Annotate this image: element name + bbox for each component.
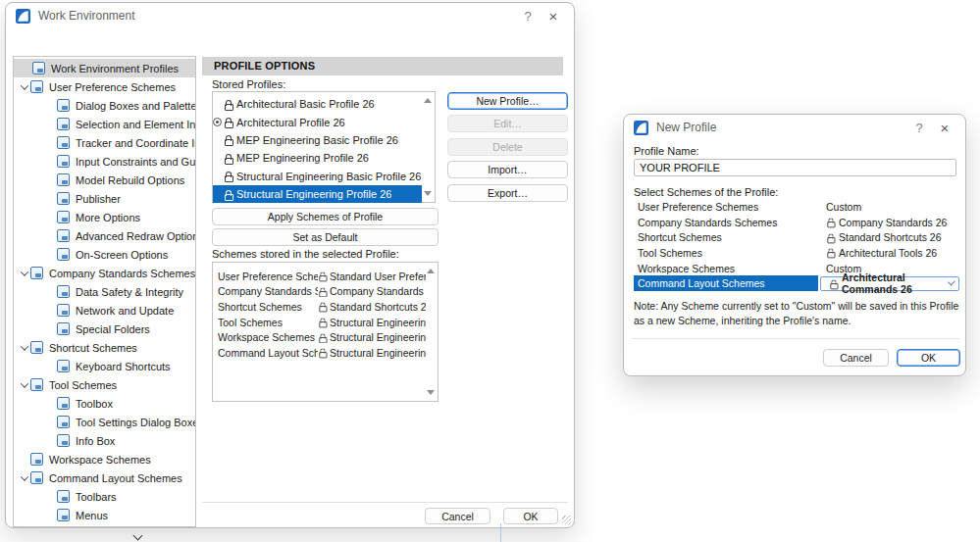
scheme-dropdown[interactable]: Custom — [818, 199, 959, 215]
scheme-dropdown[interactable]: Architectural Tools 26 — [818, 245, 959, 261]
scheme-select-row[interactable]: Tool Schemes Architectural Tools 26 — [634, 245, 959, 261]
tree-item-label: Info Box — [76, 435, 115, 447]
scheme-row[interactable]: Company Standards Sche… Company Standard… — [213, 284, 426, 300]
scheme-dropdown[interactable]: Company Standards 26 — [818, 215, 959, 230]
stored-profile-row[interactable]: Structural Engineering Basic Profile 26 — [213, 168, 422, 185]
tree-item[interactable]: Selection and Element Information — [14, 115, 195, 133]
tree-item-label: Tracker and Coordinate Input — [76, 137, 196, 149]
expander-chevron-icon[interactable] — [18, 84, 30, 90]
stored-profile-row[interactable]: Architectural Basic Profile 26 — [213, 95, 422, 113]
tree-item[interactable]: Network and Update — [14, 301, 195, 320]
stored-profile-row[interactable]: Architectural Profile 26 — [213, 113, 422, 130]
scheme-dropdown[interactable]: Standard Shortcuts 26 — [818, 229, 959, 245]
profile-name-input[interactable] — [634, 159, 956, 176]
advanced-redraw-options-icon — [57, 229, 70, 242]
scheme-value: Architectural Tools 26 — [839, 247, 937, 259]
tree-item[interactable]: Data Safety & Integrity — [14, 282, 195, 301]
expander-chevron-icon[interactable] — [18, 382, 30, 388]
tree-item[interactable]: Company Standards Schemes — [14, 264, 195, 282]
scheme-row[interactable]: Command Layout Schemes Structural Engine… — [213, 345, 426, 361]
ok-button[interactable]: OK — [503, 508, 558, 524]
tree-item[interactable]: Publisher — [14, 189, 195, 208]
stored-profile-row[interactable]: MEP Engineering Profile 26 — [213, 149, 422, 167]
import-button[interactable]: Import… — [447, 161, 568, 178]
cancel-button[interactable]: Cancel — [823, 349, 889, 367]
scheme-row[interactable]: Shortcut Schemes Standard Shortcuts 26 — [213, 299, 426, 315]
menus-icon — [57, 509, 70, 521]
tree-item[interactable]: Keyboard Shortcuts — [14, 357, 195, 375]
cancel-button[interactable]: Cancel — [425, 508, 490, 524]
expander-chevron-icon[interactable] — [18, 271, 30, 276]
tree-item[interactable]: Tracker and Coordinate Input — [14, 133, 195, 152]
scheme-row[interactable]: Tool Schemes Structural Engineering Tool… — [213, 315, 426, 330]
scroll-up-arrow[interactable] — [427, 269, 435, 273]
stored-profile-row[interactable]: MEP Engineering Basic Profile 26 — [213, 131, 422, 149]
tree-item[interactable]: On-Screen Options — [14, 245, 195, 264]
profile-options-header: PROFILE OPTIONS — [202, 57, 563, 75]
scheme-dropdown[interactable]: Architectural Commands 26 — [820, 276, 959, 291]
close-button[interactable]: × — [544, 8, 562, 25]
scheme-row[interactable]: Workspace Schemes Structural Engineering… — [213, 329, 426, 345]
tree-item[interactable]: Input Constraints and Guides — [14, 152, 195, 171]
stored-profile-label: Architectural Basic Profile 26 — [236, 98, 375, 110]
delete-button: Delete — [447, 138, 568, 156]
tree-item[interactable]: Shortcut Schemes — [14, 338, 195, 357]
tree-item-label: Publisher — [76, 193, 121, 205]
tree-item[interactable]: Model Rebuild Options — [14, 171, 195, 189]
resize-grip[interactable] — [562, 516, 571, 524]
tree-item[interactable]: User Preference Schemes — [14, 77, 195, 96]
workspace-schemes-icon — [30, 453, 43, 466]
help-button[interactable]: ? — [519, 9, 537, 24]
scroll-up-arrow[interactable] — [424, 98, 432, 103]
stored-profile-row[interactable]: Structural Engineering Profile 26 — [213, 185, 422, 203]
scheme-type: Workspace Schemes — [634, 261, 818, 276]
tree-item-label: Toolbars — [76, 491, 117, 503]
tree-item[interactable]: Dialog Boxes and Palettes — [14, 96, 195, 115]
expander-chevron-icon[interactable] — [18, 345, 30, 351]
chevron-down-icon — [948, 278, 955, 286]
special-folders-icon — [57, 322, 70, 335]
tree-item-label: Network and Update — [76, 305, 174, 317]
scroll-down-arrow[interactable] — [424, 191, 432, 196]
tree-item[interactable]: Toolbox — [14, 394, 195, 413]
set-as-default-button[interactable]: Set as Default — [212, 228, 438, 246]
scheme-row[interactable]: User Preference Schemes Standard User Pr… — [213, 269, 426, 284]
schemes-rows: User Preference Schemes Standard User Pr… — [213, 269, 438, 361]
tree-item[interactable]: Tool Settings Dialog Boxes — [14, 413, 195, 431]
apply-schemes-button[interactable]: Apply Schemes of Profile — [212, 208, 438, 225]
scheme-select-row[interactable]: Shortcut Schemes Standard Shortcuts 26 — [634, 229, 959, 245]
scheme-type: Tool Schemes — [218, 317, 318, 328]
ok-button[interactable]: OK — [897, 349, 960, 367]
help-button[interactable]: ? — [910, 121, 928, 135]
archicad-logo-icon — [634, 121, 648, 135]
shortcut-schemes-icon — [30, 341, 43, 354]
scheme-select-row[interactable]: User Preference Schemes Custom — [634, 199, 959, 215]
callout-line — [500, 523, 501, 542]
on-screen-options-icon — [57, 248, 70, 261]
tree-item[interactable]: Special Folders — [14, 320, 195, 338]
export-button[interactable]: Export… — [447, 184, 568, 202]
scheme-type: Tool Schemes — [634, 245, 818, 261]
tree-item[interactable]: Tool Schemes — [14, 375, 195, 394]
stored-profile-label: Structural Engineering Basic Profile 26 — [236, 171, 421, 182]
tree-item[interactable]: Workspace Schemes — [14, 450, 195, 468]
expander-chevron-icon[interactable] — [18, 475, 30, 481]
tree-item[interactable]: More Options — [14, 208, 195, 226]
close-button[interactable]: × — [936, 120, 954, 136]
tree-item[interactable]: Menus — [14, 506, 195, 524]
tree-item[interactable]: Work Environment Profiles — [14, 59, 195, 77]
tree-item[interactable]: Info Box — [14, 431, 195, 450]
scheme-type: User Preference Schemes — [634, 199, 818, 215]
scheme-select-row[interactable]: Company Standards Schemes Company Standa… — [634, 215, 959, 230]
tree-item-label: Menus — [76, 510, 108, 521]
tree-item[interactable]: Command Layout Schemes — [14, 468, 195, 487]
new-profile-button[interactable]: New Profile… — [447, 92, 568, 110]
stored-profile-label: MEP Engineering Profile 26 — [236, 152, 369, 164]
user-preference-schemes-icon — [30, 80, 43, 93]
tree-item-label: Command Layout Schemes — [49, 472, 182, 484]
tree-item[interactable]: Toolbars — [14, 487, 195, 506]
scroll-down-arrow[interactable] — [427, 390, 435, 395]
tree-item-label: Company Standards Schemes — [49, 268, 195, 279]
tree-item[interactable]: Advanced Redraw Options — [14, 226, 195, 245]
scheme-select-row[interactable]: Command Layout Schemes Architectural Com… — [634, 275, 959, 291]
